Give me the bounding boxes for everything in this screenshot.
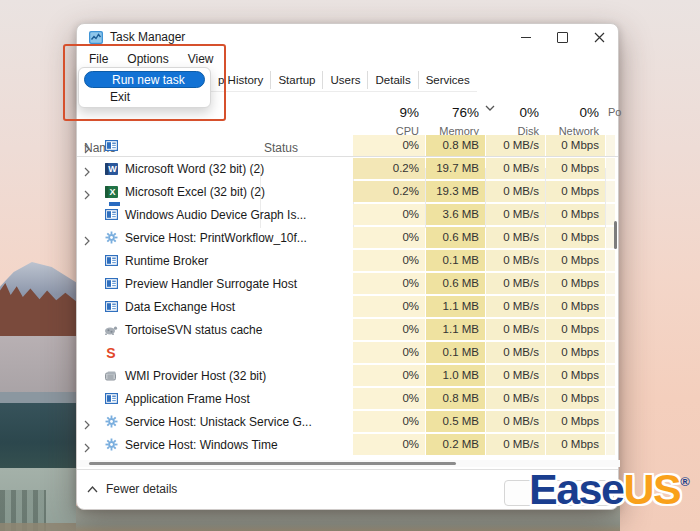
disk-cell: 0 MB/s bbox=[486, 158, 545, 179]
process-row[interactable]: Service Host: PrintWorkflow_10f...0%0.6 … bbox=[77, 226, 620, 249]
process-row[interactable]: Service Host: Unistack Service G...0%0.5… bbox=[77, 410, 620, 433]
tab-services[interactable]: Services bbox=[419, 71, 477, 89]
word-icon: W bbox=[105, 163, 118, 175]
process-name: Preview Handler Surrogate Host bbox=[125, 277, 297, 291]
expand-toggle[interactable] bbox=[84, 439, 90, 449]
watermark-us: US bbox=[623, 465, 680, 513]
cpu-cell: 0% bbox=[353, 365, 425, 386]
maximize-button[interactable] bbox=[544, 24, 581, 50]
svg-text:W: W bbox=[108, 164, 117, 174]
annotation-rectangle bbox=[63, 44, 226, 121]
memory-cell: 0.6 MB bbox=[426, 227, 485, 248]
horizontal-scrollbar-thumb[interactable] bbox=[89, 462, 456, 465]
process-list: 0%0.8 MB0 MB/s0 MbpsWMicrosoft Word (32 … bbox=[77, 134, 620, 456]
process-row[interactable]: S0%0.1 MB0 MB/s0 Mbps bbox=[77, 341, 620, 364]
expand-chevron-icon bbox=[84, 144, 90, 154]
memory-cell: 0.2 MB bbox=[426, 434, 485, 455]
power-cell bbox=[606, 158, 615, 179]
memory-cell: 1.1 MB bbox=[426, 319, 485, 340]
cpu-cell: 0% bbox=[353, 204, 425, 225]
minimize-button[interactable] bbox=[507, 24, 544, 50]
process-name: Runtime Broker bbox=[125, 254, 208, 268]
minimize-icon bbox=[521, 37, 531, 38]
process-row[interactable]: Application Frame Host0%0.8 MB0 MB/s0 Mb… bbox=[77, 387, 620, 410]
memory-cell: 0.8 MB bbox=[426, 388, 485, 409]
fewer-details-toggle[interactable]: Fewer details bbox=[87, 482, 177, 496]
disk-cell: 0 MB/s bbox=[486, 365, 545, 386]
cpu-cell: 0% bbox=[353, 342, 425, 363]
memory-cell: 0.5 MB bbox=[426, 411, 485, 432]
network-cell: 0 Mbps bbox=[546, 250, 605, 271]
cpu-cell: 0% bbox=[353, 296, 425, 317]
expand-chevron-icon bbox=[84, 443, 90, 453]
disk-cell: 0 MB/s bbox=[486, 135, 545, 156]
network-cell: 0 Mbps bbox=[546, 135, 605, 156]
expand-toggle[interactable] bbox=[84, 140, 90, 150]
disk-cell: 0 MB/s bbox=[486, 342, 545, 363]
easeus-watermark: EaseUS® bbox=[529, 466, 690, 513]
memory-cell: 0.8 MB bbox=[426, 135, 485, 156]
power-cell bbox=[606, 434, 615, 455]
cpu-cell: 0% bbox=[353, 273, 425, 294]
network-cell: 0 Mbps bbox=[546, 411, 605, 432]
service-gear-icon bbox=[105, 231, 118, 244]
expand-toggle[interactable] bbox=[84, 186, 90, 196]
close-icon bbox=[594, 32, 605, 43]
disk-cell: 0 MB/s bbox=[486, 296, 545, 317]
process-row[interactable]: WMI Provider Host (32 bit)0%1.0 MB0 MB/s… bbox=[77, 364, 620, 387]
power-cell bbox=[606, 296, 615, 317]
cpu-cell: 0% bbox=[353, 319, 425, 340]
process-row[interactable]: Data Exchange Host0%1.1 MB0 MB/s0 Mbps bbox=[77, 295, 620, 318]
process-row[interactable]: Service Host: Windows Time0%0.2 MB0 MB/s… bbox=[77, 433, 620, 456]
disk-cell: 0 MB/s bbox=[486, 181, 545, 202]
memory-cell: 1.0 MB bbox=[426, 365, 485, 386]
process-row[interactable]: Preview Handler Surrogate Host0%0.6 MB0 … bbox=[77, 272, 620, 295]
process-row[interactable]: Runtime Broker0%0.1 MB0 MB/s0 Mbps bbox=[77, 249, 620, 272]
network-cell: 0 Mbps bbox=[546, 388, 605, 409]
power-cell bbox=[606, 388, 615, 409]
process-row[interactable]: 0%0.8 MB0 MB/s0 Mbps bbox=[77, 134, 620, 157]
disk-cell: 0 MB/s bbox=[486, 388, 545, 409]
default-app-icon bbox=[105, 209, 118, 220]
disk-cell: 0 MB/s bbox=[486, 411, 545, 432]
expand-toggle[interactable] bbox=[84, 163, 90, 173]
tab-startup[interactable]: Startup bbox=[271, 71, 323, 89]
tab-details[interactable]: Details bbox=[368, 71, 418, 89]
process-row[interactable]: WMicrosoft Word (32 bit) (2)0.2%19.7 MB0… bbox=[77, 157, 620, 180]
close-button[interactable] bbox=[581, 24, 618, 50]
expand-toggle[interactable] bbox=[84, 232, 90, 242]
process-name: Data Exchange Host bbox=[125, 300, 235, 314]
network-cell: 0 Mbps bbox=[546, 296, 605, 317]
process-row[interactable]: XMicrosoft Excel (32 bit) (2)0.2%19.3 MB… bbox=[77, 180, 620, 203]
disk-cell: 0 MB/s bbox=[486, 434, 545, 455]
usage-percent: 0% bbox=[546, 105, 599, 120]
vertical-scrollbar-thumb[interactable] bbox=[614, 221, 617, 249]
process-name: WMI Provider Host (32 bit) bbox=[125, 369, 266, 383]
svg-text:S: S bbox=[106, 345, 115, 360]
power-cell bbox=[606, 181, 615, 202]
sort-indicator-icon bbox=[485, 105, 495, 112]
disk-cell: 0 MB/s bbox=[486, 250, 545, 271]
network-cell: 0 Mbps bbox=[546, 365, 605, 386]
window-title: Task Manager bbox=[110, 30, 185, 44]
maximize-icon bbox=[557, 32, 568, 43]
red-s-icon: S bbox=[104, 345, 118, 360]
expand-toggle[interactable] bbox=[84, 416, 90, 426]
cpu-cell: 0% bbox=[353, 250, 425, 271]
tab-strip: p HistoryStartupUsersDetailsServices bbox=[211, 69, 477, 92]
process-row[interactable]: Windows Audio Device Graph Is...0%3.6 MB… bbox=[77, 203, 620, 226]
expand-chevron-icon bbox=[84, 420, 90, 430]
default-app-icon bbox=[105, 255, 118, 266]
dark-water bbox=[0, 403, 76, 469]
cpu-cell: 0% bbox=[353, 434, 425, 455]
svg-text:X: X bbox=[109, 187, 115, 197]
usage-percent: 76% bbox=[426, 105, 479, 120]
task-manager-icon bbox=[89, 31, 103, 44]
tortoisesvn-icon bbox=[104, 325, 118, 335]
memory-cell: 1.1 MB bbox=[426, 296, 485, 317]
power-cell bbox=[606, 273, 615, 294]
process-name: Service Host: PrintWorkflow_10f... bbox=[125, 231, 307, 245]
process-row[interactable]: TortoiseSVN status cache0%1.1 MB0 MB/s0 … bbox=[77, 318, 620, 341]
disk-cell: 0 MB/s bbox=[486, 273, 545, 294]
tab-users[interactable]: Users bbox=[323, 71, 368, 89]
